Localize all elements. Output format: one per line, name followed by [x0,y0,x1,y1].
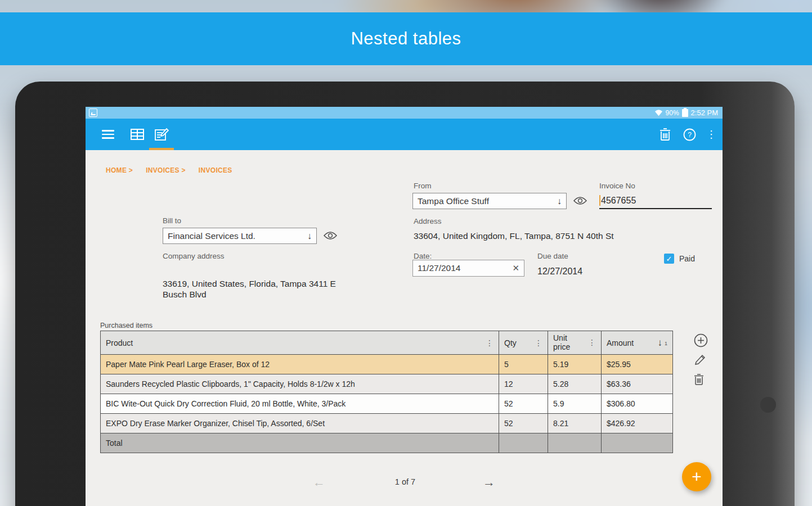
paid-label: Paid [679,254,695,263]
unit-price-column-menu-icon[interactable]: ⋮ [588,338,596,347]
dropdown-arrow-icon: ↓ [557,196,562,206]
table-view-button[interactable] [125,119,150,150]
breadcrumb: HOME > INVOICES > INVOICES [106,166,232,174]
edit-row-button[interactable] [694,354,708,368]
plus-icon: + [692,467,702,486]
overflow-icon: ⋮ [706,128,716,141]
menu-button[interactable] [96,119,120,150]
invoice-no-input[interactable]: 4567655 [599,193,712,209]
sort-descending-icon[interactable]: ↓ [657,337,662,349]
due-date-label: Due date [537,252,568,260]
from-dropdown[interactable]: Tampa Office Stuff ↓ [412,193,567,209]
date-label: Date: [414,252,432,260]
due-date-value[interactable]: 12/27/2014 [537,266,582,277]
total-qty-cell [499,433,548,453]
unit-price-cell[interactable]: 8.21 [548,414,602,433]
page-indicator: 1 of 7 [366,477,445,486]
help-button[interactable]: ? [677,119,702,150]
address-label: Address [414,217,442,225]
purchased-items-caption: Purchased items [100,322,152,329]
breadcrumb-invoices[interactable]: INVOICES > [146,166,186,174]
purchased-items-table: Product ⋮ Qty ⋮ Unit price ⋮ Amount ↓ 1 [100,331,673,453]
company-address-label: Company address [163,252,225,260]
compose-icon [155,128,169,141]
add-row-button[interactable] [694,333,708,348]
notification-icon [89,109,97,117]
bill-to-label: Bill to [163,216,181,225]
date-value: 11/27/2014 [418,263,460,273]
qty-cell[interactable]: 5 [499,355,548,374]
delete-row-button[interactable] [694,374,708,388]
unit-price-cell[interactable]: 5.28 [548,374,602,394]
bill-to-preview-button[interactable] [324,231,338,241]
table-row[interactable]: EXPO Dry Erase Marker Organizer, Chisel … [101,414,673,433]
qty-column-header[interactable]: Qty ⋮ [499,331,548,355]
table-header-row: Product ⋮ Qty ⋮ Unit price ⋮ Amount ↓ 1 [101,331,673,355]
svg-text:?: ? [688,131,692,139]
table-row[interactable]: Saunders Recycled Plastic Clipboards, 1"… [101,374,673,394]
breadcrumb-invoices-current[interactable]: INVOICES [199,166,232,174]
app-toolbar: ? ⋮ [86,119,723,150]
demo-title-banner: Nested tables [0,12,812,65]
unit-price-column-header[interactable]: Unit price ⋮ [548,331,602,355]
unit-price-cell[interactable]: 5.9 [548,394,602,414]
add-invoice-fab[interactable]: + [682,462,711,491]
breadcrumb-home[interactable]: HOME > [106,166,133,174]
total-label-cell: Total [101,433,499,453]
bill-to-value: Financial Services Ltd. [168,231,255,241]
qty-cell[interactable]: 12 [499,374,548,394]
next-page-button[interactable]: → [483,475,495,490]
total-row: Total [101,433,673,453]
trash-icon [660,128,671,141]
product-cell[interactable]: EXPO Dry Erase Marker Organizer, Chisel … [101,414,499,433]
table-row[interactable]: BIC Wite-Out Quick Dry Correction Fluid,… [101,394,673,414]
product-column-header[interactable]: Product ⋮ [101,331,499,355]
dropdown-arrow-icon: ↓ [307,231,312,241]
help-icon: ? [683,128,696,141]
table-icon [131,129,144,140]
table-row-selected[interactable]: Paper Mate Pink Pearl Large Eraser, Box … [101,355,673,374]
from-label: From [414,182,432,190]
amount-cell[interactable]: $63.36 [602,374,673,394]
battery-percent: 90% [666,109,679,117]
active-tab-indicator [149,148,174,150]
clock: 2:52 PM [691,109,718,117]
qty-cell[interactable]: 52 [499,394,548,414]
product-cell[interactable]: BIC Wite-Out Quick Dry Correction Fluid,… [101,394,499,414]
edit-form-tab[interactable] [149,119,174,150]
total-unit-price-cell [548,433,602,453]
delete-invoice-button[interactable] [653,119,678,150]
app-screen: 90% 2:52 PM [86,107,723,506]
company-address-value: 33619, United States, Florida, Tampa 341… [163,278,346,300]
paid-checkbox[interactable]: ✓ [664,254,674,264]
unit-price-cell[interactable]: 5.19 [548,355,602,374]
tablet-camera [760,397,776,413]
wifi-icon [654,109,663,116]
amount-cell[interactable]: $426.92 [602,414,673,433]
product-cell[interactable]: Paper Mate Pink Pearl Large Eraser, Box … [101,355,499,374]
date-field[interactable]: 11/27/2014 ✕ [412,260,524,277]
from-value: Tampa Office Stuff [418,196,489,206]
amount-cell[interactable]: $25.95 [602,355,673,374]
overflow-menu-button[interactable]: ⋮ [699,119,723,150]
product-cell[interactable]: Saunders Recycled Plastic Clipboards, 1"… [101,374,499,394]
previous-page-button[interactable]: ← [313,475,325,490]
total-amount-cell [602,433,673,453]
paid-checkbox-row[interactable]: ✓ Paid [664,254,695,264]
invoice-no-value: 4567655 [601,196,636,206]
text-cursor [599,195,600,206]
battery-icon [682,109,688,117]
bill-to-dropdown[interactable]: Financial Services Ltd. ↓ [163,228,317,244]
qty-cell[interactable]: 52 [499,414,548,433]
amount-cell[interactable]: $306.80 [602,394,673,414]
address-value: 33604, United Kingdom, FL, Tampa, 8751 N… [414,231,614,241]
clear-date-icon[interactable]: ✕ [512,263,519,273]
amount-column-header[interactable]: Amount ↓ 1 [602,331,673,355]
from-preview-button[interactable] [573,196,588,206]
sort-order-badge: 1 [665,341,667,349]
qty-column-menu-icon[interactable]: ⋮ [535,338,542,347]
page-title: Nested tables [351,29,461,49]
product-column-menu-icon[interactable]: ⋮ [486,338,494,347]
invoice-no-label: Invoice No [599,182,635,190]
status-bar: 90% 2:52 PM [86,107,723,119]
